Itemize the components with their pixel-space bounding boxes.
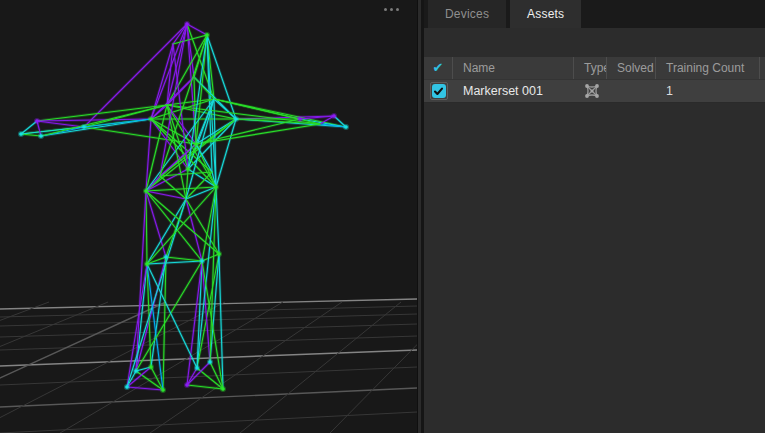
panel-divider[interactable] <box>417 0 424 433</box>
tab-assets[interactable]: Assets <box>510 0 581 28</box>
viewport-menu-button[interactable] <box>382 6 401 13</box>
asset-type-cell <box>574 83 607 99</box>
ellipsis-icon <box>384 8 387 11</box>
viewport-3d[interactable] <box>0 0 417 433</box>
row-checkbox[interactable] <box>432 84 446 98</box>
panel-tab-bar: Devices Assets <box>424 0 765 28</box>
assets-table-header: ✔ Name Type Solved Training Count <box>424 57 765 79</box>
column-header-filler <box>760 57 765 79</box>
tab-devices[interactable]: Devices <box>428 0 506 28</box>
column-header-name[interactable]: Name <box>453 57 574 79</box>
row-checkbox-cell <box>424 80 453 102</box>
assets-table: ✔ Name Type Solved Training Count <box>424 57 765 103</box>
column-header-type[interactable]: Type <box>574 57 607 79</box>
column-header-solved[interactable]: Solved <box>607 57 656 79</box>
column-header-training-count[interactable]: Training Count <box>656 57 760 79</box>
asset-name: Markerset 001 <box>453 84 574 98</box>
assets-panel: Devices Assets ✔ Name Type Solved Traini… <box>424 0 765 433</box>
check-icon: ✔ <box>433 61 444 74</box>
ellipsis-icon <box>390 8 393 11</box>
markerset-icon <box>584 83 600 99</box>
checkmark-icon <box>433 86 444 97</box>
row-checkbox-outline <box>430 82 448 100</box>
ellipsis-icon <box>396 8 399 11</box>
asset-training-count: 1 <box>656 84 760 98</box>
motive-app-window: Devices Assets ✔ Name Type Solved Traini… <box>0 0 765 433</box>
column-header-enabled[interactable]: ✔ <box>424 57 453 79</box>
viewport-3d-scene[interactable] <box>0 0 417 433</box>
floor-grid <box>0 299 417 433</box>
table-row-markerset[interactable]: Markerset 001 <box>424 79 765 103</box>
